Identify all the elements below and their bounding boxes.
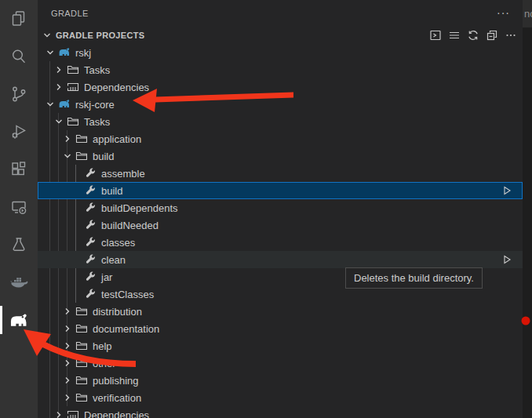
refresh-icon[interactable] [467,29,479,42]
tree-row-label: rskj-core [75,99,115,111]
folder-icon [75,374,88,387]
chevron-down-icon[interactable] [53,115,65,128]
activitybar-run-debug[interactable] [0,113,38,151]
tooltip-text: Deletes the build directory. [354,272,474,284]
wrench-icon [84,271,97,283]
chevron-right-icon[interactable] [61,391,74,404]
tree-row-label: application [93,133,141,145]
section-header-gradle-projects[interactable]: GRADLE PROJECTS [38,27,523,44]
section-label: GRADLE PROJECTS [56,31,144,40]
tree-row-builddependents[interactable]: buildDependents [38,199,523,216]
activitybar-remote-explorer[interactable] [0,188,38,226]
folder-icon [75,133,88,145]
debug-icon [9,122,28,141]
files-icon [9,9,28,28]
tree-row-label: rskj [75,47,91,59]
chevron-right-icon[interactable] [53,81,65,93]
tree-row-label: other [93,358,116,369]
tree-row-build[interactable]: build [38,182,523,199]
run-play-icon[interactable] [501,185,512,196]
tree-row-dependencies[interactable]: Dependencies [38,406,523,418]
tree-row-help[interactable]: help [38,337,523,354]
chevron-down-icon[interactable] [44,98,56,111]
chevron-right-icon[interactable] [61,357,74,369]
tree-row-dependencies[interactable]: Dependencies [38,78,523,96]
tree-row-label: buildNeeded [101,220,159,231]
tree-row-label: documentation [93,323,159,335]
activitybar-testing[interactable] [0,226,38,264]
tree-row-label: build [93,151,114,162]
folder-icon [67,115,79,128]
tree-row-label: clean [101,254,126,266]
tree-row-label: testClasses [101,289,154,300]
remote-explorer-icon [9,198,28,216]
tree-row-label: verification [93,392,141,404]
run-play-icon[interactable] [501,254,512,265]
list-icon[interactable] [448,29,461,42]
vscode-window: GRADLE ··· GRADLE PROJECTS [0,0,532,418]
pane-more-actions-icon[interactable]: ··· [497,7,510,18]
chevron-down-icon[interactable] [44,46,56,59]
wrench-icon [84,253,97,266]
tooltip: Deletes the build directory. [345,267,483,289]
extensions-icon [9,160,28,179]
collapse-all-icon[interactable] [486,29,498,42]
wrench-icon [84,167,97,180]
tree-row-label: classes [101,237,135,249]
run-task-icon[interactable] [429,29,442,42]
chevron-right-icon[interactable] [61,322,74,335]
tree-row-buildneeded[interactable]: buildNeeded [38,216,523,234]
folder-icon [67,64,79,76]
wrench-icon [84,236,97,249]
editor-tab-label: no [524,8,532,20]
tree-row-label: help [93,340,112,352]
chevron-right-icon[interactable] [53,409,65,418]
activitybar-extensions[interactable] [0,151,38,188]
chevron-down-icon[interactable] [61,150,74,162]
activitybar-source-control[interactable] [0,75,38,113]
tree-row-rskj-core[interactable]: rskj-core [38,96,523,113]
tree-row-tasks[interactable]: Tasks [38,113,523,130]
pane-header: GRADLE ··· [38,0,523,27]
tree-row-documentation[interactable]: documentation [38,320,523,337]
activitybar-search[interactable] [0,38,38,75]
chevron-right-icon[interactable] [61,133,74,145]
tree-row-build[interactable]: build [38,147,523,165]
tree-row-label: assemble [101,168,145,180]
tree-row-label: jar [101,271,112,283]
pane-title: GRADLE [51,9,89,18]
chevron-down-icon [41,29,53,42]
chevron-right-icon[interactable] [61,305,74,318]
chevron-right-icon[interactable] [61,340,74,352]
tree-row-verification[interactable]: verification [38,389,523,406]
tree-row-label: build [101,185,122,197]
tree-row-label: publishing [93,375,139,387]
tree-row-classes[interactable]: classes [38,234,523,251]
tree-row-label: buildDependents [101,202,178,214]
tree-row-clean[interactable]: clean [38,251,523,268]
chevron-right-icon[interactable] [53,64,65,76]
wrench-icon [84,184,97,197]
tree-row-tasks[interactable]: Tasks [38,61,523,78]
tree-row-distribution[interactable]: distribution [38,303,523,320]
wrench-icon [84,288,97,300]
tree-row-other[interactable]: other [38,354,523,372]
gradle-elephant-icon [58,46,71,57]
editor-tab[interactable]: no [523,0,532,27]
activitybar-gradle[interactable] [0,301,38,339]
tree-row-rskj[interactable]: rskj [38,44,523,61]
folder-icon [75,305,88,318]
activity-bar [0,0,38,418]
gradle-side-panel: GRADLE ··· GRADLE PROJECTS [38,0,523,418]
activitybar-docker[interactable] [0,264,38,301]
activitybar-explorer[interactable] [0,0,38,38]
tree-row-publishing[interactable]: publishing [38,372,523,389]
tree-row-label: Dependencies [84,82,149,93]
more-actions-icon[interactable] [505,29,517,42]
chevron-right-icon[interactable] [61,374,74,387]
tree-row-assemble[interactable]: assemble [38,165,523,182]
source-control-icon [9,85,28,104]
gradle-elephant-icon [9,311,29,329]
tree-row-application[interactable]: application [38,130,523,147]
wrench-icon [84,202,97,214]
